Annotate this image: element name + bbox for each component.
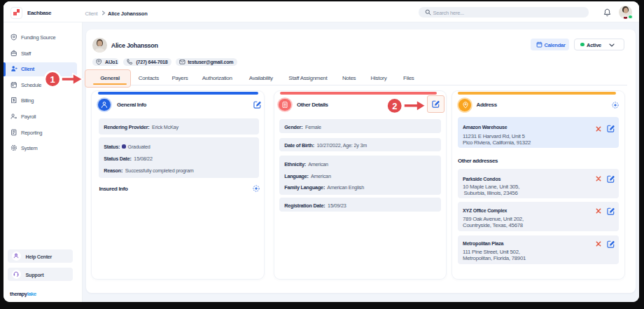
svg-text:1: 1: [50, 74, 55, 85]
svg-text:2: 2: [392, 101, 397, 111]
